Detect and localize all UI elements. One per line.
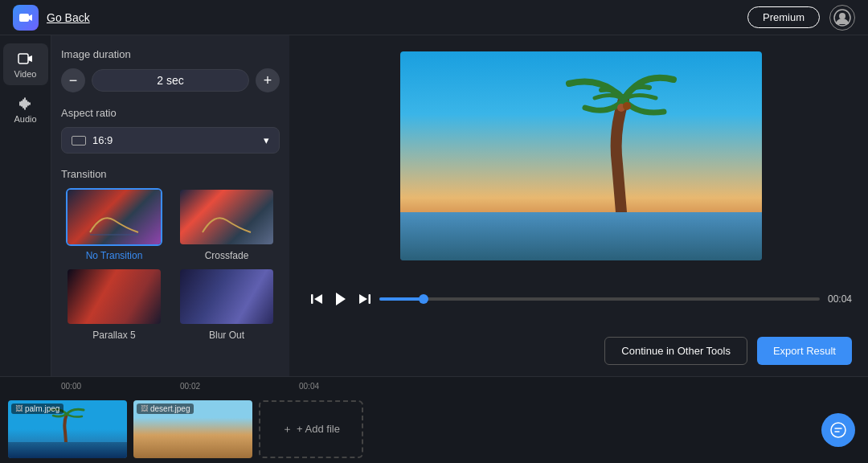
track-thumb-desert[interactable]: 🖼 desert.jpeg [133,400,252,458]
header: Go Back Premium [0,0,868,35]
svg-rect-11 [369,294,371,304]
svg-marker-1 [29,14,32,21]
transition-item-no-transition[interactable]: No Transition [61,188,167,261]
track-filename-palm: palm.jpeg [25,404,59,413]
image-duration-label: Image duration [61,48,280,60]
transition-name-crossfade: Crossfade [205,250,249,261]
transition-item-crossfade[interactable]: Crossfade [174,188,280,261]
chat-button[interactable] [821,413,855,447]
ruler-mark-1: 00:02 [180,382,299,391]
sidebar-icons: Video Audio [0,35,51,376]
transition-name-blur-out: Blur Out [209,330,244,341]
header-right: Premium [747,5,855,31]
header-left: Go Back [13,5,90,31]
aspect-ratio-label: Aspect ratio [61,107,280,119]
track-label-palm: 🖼 palm.jpeg [11,404,63,414]
skip-back-button[interactable] [310,292,325,306]
export-result-button[interactable]: Export Result [757,337,852,365]
track-filename-desert: desert.jpeg [150,404,190,413]
aspect-select-left: 16:9 [72,134,113,146]
go-back-link[interactable]: Go Back [47,11,90,24]
sidebar-item-video[interactable]: Video [3,43,48,85]
track-thumb-palm[interactable]: 🖼 palm.jpeg [8,400,127,458]
play-button[interactable] [333,291,349,307]
aspect-section: Aspect ratio 16:9 ▾ [61,107,280,154]
duration-value: 2 sec [92,69,249,92]
ruler-mark-0: 00:00 [61,382,180,391]
main: Video Audio Image duration − 2 sec + Asp… [0,35,868,376]
video-icon [17,50,35,68]
transition-section: Transition No Transition [61,168,280,341]
svg-marker-10 [336,293,346,305]
sidebar-audio-label: Audio [14,114,36,124]
svg-rect-4 [18,54,28,64]
timeline-tracks: 🖼 palm.jpeg 🖼 desert.jpeg ＋ + Add file [0,395,868,463]
time-display: 00:04 [828,293,852,305]
aspect-ratio-select[interactable]: 16:9 ▾ [61,127,280,154]
svg-point-7 [623,102,631,110]
app-icon [13,5,39,31]
sidebar-item-audio[interactable]: Audio [3,88,48,130]
add-file-button[interactable]: ＋ + Add file [259,400,363,458]
transition-thumb-parallax [66,268,162,326]
duration-minus-button[interactable]: − [61,68,85,92]
action-buttons: Continue in Other Tools Export Result [604,337,852,365]
svg-point-3 [839,13,845,19]
progress-fill [379,297,424,301]
video-background [400,51,762,260]
left-panel: Image duration − 2 sec + Aspect ratio 16… [51,35,289,376]
timeline-area: 00:00 00:02 00:04 🖼 palm.jpeg [0,376,868,463]
ruler-mark-2: 00:04 [299,382,418,391]
transition-thumb-blur-out [178,268,275,326]
video-preview [400,51,762,260]
svg-point-13 [831,423,845,437]
transition-item-blur-out[interactable]: Blur Out [174,268,280,341]
player-controls: 00:04 [310,291,852,307]
preview-area: 00:04 Continue in Other Tools Export Res… [294,35,868,376]
avatar-icon[interactable] [829,5,855,31]
controls-row: 00:04 [310,291,852,307]
svg-marker-9 [314,294,322,304]
sidebar-video-label: Video [14,69,37,79]
premium-button[interactable]: Premium [747,6,820,28]
add-file-label: + Add file [297,423,340,435]
continue-other-tools-button[interactable]: Continue in Other Tools [604,337,747,365]
svg-rect-8 [311,294,313,304]
duration-plus-button[interactable]: + [256,68,280,92]
transition-label: Transition [61,168,280,180]
track-label-desert: 🖼 desert.jpeg [137,404,194,414]
aspect-ratio-value: 16:9 [92,134,113,146]
chevron-down-icon: ▾ [264,134,269,146]
transition-thumb-no-transition [66,188,162,246]
progress-thumb [419,294,428,304]
transition-item-parallax[interactable]: Parallax 5 [61,268,167,341]
add-file-plus-icon: ＋ [282,422,293,436]
skip-forward-button[interactable] [357,292,371,306]
transition-grid: No Transition Crossfade [61,188,280,341]
progress-bar[interactable] [379,297,820,301]
timeline-ruler: 00:00 00:02 00:04 [0,377,868,395]
svg-rect-0 [19,14,29,22]
transition-name-parallax: Parallax 5 [92,330,135,341]
svg-marker-12 [359,294,367,304]
transition-thumb-crossfade [178,188,275,246]
aspect-rect-icon [72,136,86,145]
transition-name-no-transition: No Transition [86,250,143,261]
duration-control: − 2 sec + [61,68,280,92]
audio-icon [17,95,35,113]
